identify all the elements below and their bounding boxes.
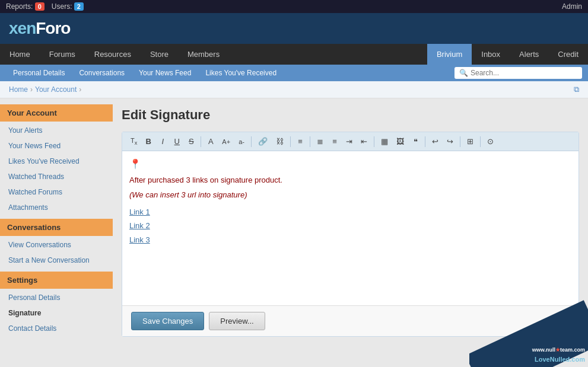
preview-button[interactable]: Preview... xyxy=(209,312,265,330)
sidebar-item-your-alerts[interactable]: Your Alerts xyxy=(0,123,113,138)
users-label: Users: 2 xyxy=(52,2,84,11)
editor-body[interactable]: 📍 After purchased 3 links on signature p… xyxy=(122,151,579,305)
toolbar-table[interactable]: ⊞ xyxy=(463,135,477,148)
editor-toolbar: Tx B I U S A A+ a- 🔗 ⛓ ≡ ≣ ≡ ⇥ ⇤ ▦ xyxy=(122,132,579,151)
sidebar-item-view-conversations[interactable]: View Conversations xyxy=(0,237,113,253)
editor-pin-icon: 📍 xyxy=(129,158,571,170)
breadcrumb-account[interactable]: Your Account xyxy=(35,85,77,94)
sub-nav-left: Personal Details Conversations Your News… xyxy=(6,65,284,81)
editor-link2[interactable]: Link 2 xyxy=(129,219,571,232)
sidebar-section-account-title: Your Account xyxy=(0,104,113,122)
save-button[interactable]: Save Changes xyxy=(131,312,204,330)
toolbar-sep2 xyxy=(251,136,252,147)
toolbar-special[interactable]: ⊙ xyxy=(484,135,497,148)
toolbar-font-color[interactable]: A xyxy=(204,135,217,148)
external-link-icon[interactable]: ⧉ xyxy=(574,85,579,94)
editor-link3[interactable]: Link 3 xyxy=(129,233,571,247)
sidebar: Your Account Your Alerts Your News Feed … xyxy=(0,98,113,353)
nav-alerts[interactable]: Alerts xyxy=(510,44,548,65)
nav-right: Brivium Inbox Alerts Credit xyxy=(427,44,588,65)
editor-footer: Save Changes Preview... xyxy=(122,305,579,336)
toolbar-media[interactable]: ▦ xyxy=(377,135,392,148)
nav-resources[interactable]: Resources xyxy=(85,44,141,65)
search-bar: 🔍 xyxy=(454,67,582,79)
sidebar-item-contact-details[interactable]: Contact Details xyxy=(0,321,113,336)
editor-link1[interactable]: Link 1 xyxy=(129,205,571,219)
toolbar-link[interactable]: 🔗 xyxy=(255,135,271,148)
sub-nav: Personal Details Conversations Your News… xyxy=(0,65,588,81)
main-content: Your Account Your Alerts Your News Feed … xyxy=(0,98,588,353)
sidebar-item-watched-threads[interactable]: Watched Threads xyxy=(0,169,113,184)
nav-members[interactable]: Members xyxy=(178,44,229,65)
reports-badge: 0 xyxy=(35,2,45,11)
nav-credit[interactable]: Credit xyxy=(548,44,588,65)
toolbar-align[interactable]: ≡ xyxy=(294,135,307,148)
breadcrumb-home[interactable]: Home xyxy=(9,85,28,94)
nav-brivium[interactable]: Brivium xyxy=(427,44,472,65)
admin-label: Admin xyxy=(562,2,582,11)
toolbar-quote[interactable]: ❝ xyxy=(409,135,422,148)
top-bar: Reports: 0 Users: 2 Admin xyxy=(0,0,588,13)
toolbar-undo[interactable]: ↩ xyxy=(428,135,442,148)
toolbar-underline[interactable]: U xyxy=(170,135,183,148)
sidebar-item-attachments[interactable]: Attachments xyxy=(0,200,113,215)
toolbar-sep6 xyxy=(425,136,425,147)
sidebar-item-your-news-feed[interactable]: Your News Feed xyxy=(0,138,113,154)
editor-content-line1: After purchased 3 links on signature pro… xyxy=(129,174,571,187)
sidebar-item-start-conversation[interactable]: Start a New Conversation xyxy=(0,253,113,268)
toolbar-bold[interactable]: B xyxy=(142,135,155,148)
toolbar-sep1 xyxy=(201,136,201,147)
sidebar-item-watched-forums[interactable]: Watched Forums xyxy=(0,184,113,200)
breadcrumb-bar: Home › Your Account › ⧉ xyxy=(0,81,588,98)
page-title: Edit Signature xyxy=(122,107,579,123)
subnav-likes[interactable]: Likes You've Received xyxy=(198,65,284,81)
sidebar-item-signature[interactable]: Signature xyxy=(0,305,113,321)
sidebar-section-settings: Settings Personal Details Signature Cont… xyxy=(0,272,113,336)
toolbar-sep5 xyxy=(374,136,374,147)
nav-store[interactable]: Store xyxy=(141,44,178,65)
toolbar-indent[interactable]: ⇥ xyxy=(342,135,356,148)
sidebar-item-personal-details[interactable]: Personal Details xyxy=(0,290,113,305)
nav-home[interactable]: Home xyxy=(0,44,40,65)
breadcrumb: Home › Your Account › xyxy=(9,85,81,94)
users-badge: 2 xyxy=(74,2,84,11)
toolbar-sep7 xyxy=(460,136,460,147)
breadcrumb-sep: › xyxy=(30,85,33,94)
toolbar-sep8 xyxy=(480,136,481,147)
toolbar-font-size-down[interactable]: a- xyxy=(235,136,248,147)
toolbar-unlink[interactable]: ⛓ xyxy=(272,135,287,148)
toolbar-ol[interactable]: ≡ xyxy=(328,135,341,148)
sidebar-item-likes-received[interactable]: Likes You've Received xyxy=(0,154,113,169)
search-input[interactable] xyxy=(471,69,577,77)
toolbar-sep4 xyxy=(310,136,310,147)
editor-content-line2: (We can insert 3 url into signature) xyxy=(129,190,571,199)
nav-inbox[interactable]: Inbox xyxy=(472,44,510,65)
reports-label: Reports: 0 xyxy=(6,2,45,11)
main-nav: Home Forums Resources Store Members Briv… xyxy=(0,44,588,65)
sidebar-section-conversations: Conversations View Conversations Start a… xyxy=(0,219,113,268)
toolbar-italic[interactable]: I xyxy=(156,135,169,148)
logo-dark: Foro xyxy=(36,19,70,37)
logo-light: xen xyxy=(9,19,36,37)
toolbar-ul[interactable]: ≣ xyxy=(313,135,327,148)
header: xenForo xyxy=(0,13,588,44)
toolbar-strikethrough[interactable]: S xyxy=(185,135,198,148)
toolbar-outdent[interactable]: ⇤ xyxy=(357,135,371,148)
search-icon: 🔍 xyxy=(459,69,468,77)
nav-forums[interactable]: Forums xyxy=(40,44,85,65)
subnav-news-feed[interactable]: Your News Feed xyxy=(132,65,198,81)
toolbar-sep3 xyxy=(290,136,291,147)
editor-container: Tx B I U S A A+ a- 🔗 ⛓ ≡ ≣ ≡ ⇥ ⇤ ▦ xyxy=(122,132,579,337)
toolbar-remove-format[interactable]: Tx xyxy=(127,135,141,148)
toolbar-redo[interactable]: ↪ xyxy=(443,135,457,148)
breadcrumb-sep2: › xyxy=(79,85,81,94)
toolbar-image[interactable]: 🖼 xyxy=(393,135,408,148)
sidebar-section-settings-title: Settings xyxy=(0,272,113,289)
subnav-personal-details[interactable]: Personal Details xyxy=(6,65,72,81)
sidebar-section-account: Your Account Your Alerts Your News Feed … xyxy=(0,104,113,215)
page-area: Edit Signature Tx B I U S A A+ a- 🔗 ⛓ ≡ … xyxy=(113,98,588,353)
toolbar-font-size-up[interactable]: A+ xyxy=(218,136,234,147)
subnav-conversations[interactable]: Conversations xyxy=(72,65,132,81)
top-bar-left: Reports: 0 Users: 2 xyxy=(6,2,84,11)
sidebar-section-conversations-title: Conversations xyxy=(0,219,113,236)
